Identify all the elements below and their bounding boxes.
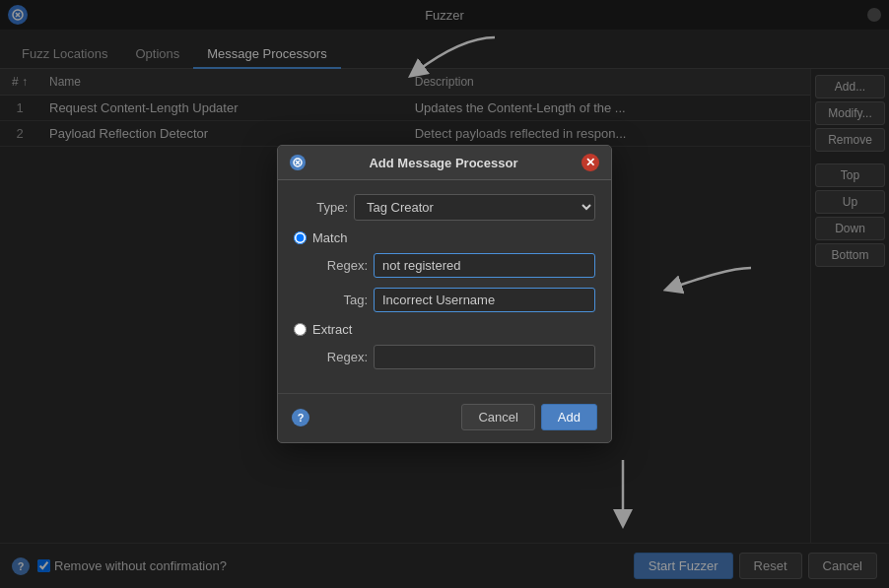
add-message-processor-modal: Add Message Processor ✕ Type: Tag Creato… xyxy=(277,145,612,443)
match-regex-label: Regex: xyxy=(313,258,368,273)
modal-title: Add Message Processor xyxy=(306,156,581,170)
modal-close-button[interactable]: ✕ xyxy=(581,154,599,171)
match-regex-row: Regex: xyxy=(294,253,595,278)
modal-overlay: Add Message Processor ✕ Type: Tag Creato… xyxy=(0,0,889,588)
type-label: Type: xyxy=(294,200,348,215)
modal-add-button[interactable]: Add xyxy=(541,404,597,430)
modal-footer: ? Cancel Add xyxy=(278,393,611,442)
extract-label: Extract xyxy=(312,322,352,337)
match-radio[interactable] xyxy=(294,231,307,244)
tag-label: Tag: xyxy=(313,293,368,307)
match-regex-input[interactable] xyxy=(374,253,595,278)
tag-input[interactable] xyxy=(374,288,595,312)
type-row: Type: Tag Creator xyxy=(294,194,595,221)
tag-row: Tag: xyxy=(294,288,595,312)
modal-title-bar: Add Message Processor ✕ xyxy=(278,146,611,180)
extract-regex-input[interactable] xyxy=(374,345,595,369)
modal-body: Type: Tag Creator Match Regex: Tag: xyxy=(278,180,611,393)
modal-cancel-button[interactable]: Cancel xyxy=(461,404,534,430)
extract-radio-row: Extract xyxy=(294,322,595,337)
type-select[interactable]: Tag Creator xyxy=(354,194,595,221)
extract-regex-label: Regex: xyxy=(313,350,368,364)
match-label: Match xyxy=(312,230,347,245)
modal-actions: Cancel Add xyxy=(461,404,597,430)
modal-icon xyxy=(290,155,306,170)
extract-regex-row: Regex: xyxy=(294,345,595,369)
extract-radio[interactable] xyxy=(294,323,307,336)
modal-help-icon[interactable]: ? xyxy=(292,409,309,426)
match-radio-row: Match xyxy=(294,230,595,245)
